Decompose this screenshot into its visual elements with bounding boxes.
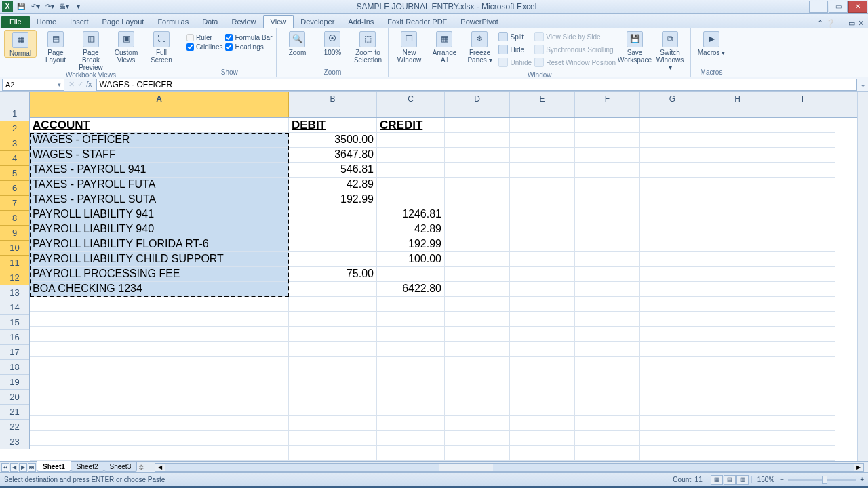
column-header-E[interactable]: E: [510, 92, 575, 117]
gridlines-checkbox[interactable]: Gridlines: [186, 43, 222, 51]
cell-D17[interactable]: [445, 357, 510, 371]
cell-F12[interactable]: [575, 282, 640, 297]
cell-A22[interactable]: [30, 431, 289, 446]
cell-A12[interactable]: BOA CHECKING 1234: [30, 282, 289, 297]
column-header-I[interactable]: I: [770, 92, 835, 117]
cell-E17[interactable]: [510, 357, 575, 371]
page-break-button[interactable]: ▥Page Break Preview: [75, 30, 107, 71]
cell-C16[interactable]: [377, 342, 445, 357]
cell-E14[interactable]: [510, 312, 575, 327]
cell-I20[interactable]: [770, 401, 835, 416]
cell-A3[interactable]: WAGES - STAFF: [30, 148, 289, 163]
split-button[interactable]: Split: [498, 31, 532, 42]
cell-I23[interactable]: [770, 446, 835, 461]
cell-G4[interactable]: [640, 163, 705, 178]
cell-H9[interactable]: [705, 237, 770, 252]
cell-D1[interactable]: [445, 118, 510, 133]
row-header-2[interactable]: 2: [0, 121, 29, 136]
sheet-nav-last-icon[interactable]: ⏭: [28, 463, 36, 472]
cell-F21[interactable]: [575, 416, 640, 431]
undo-icon[interactable]: ↶▾: [29, 1, 41, 12]
column-header-F[interactable]: F: [575, 92, 640, 117]
cell-C8[interactable]: 42.89: [377, 222, 445, 237]
cell-F20[interactable]: [575, 401, 640, 416]
cell-E13[interactable]: [510, 297, 575, 312]
cell-G5[interactable]: [640, 178, 705, 192]
cell-A15[interactable]: [30, 327, 289, 342]
namebox-dropdown-icon[interactable]: ▾: [58, 81, 61, 88]
cell-B7[interactable]: [289, 207, 377, 222]
cell-G15[interactable]: [640, 327, 705, 342]
cell-B10[interactable]: [289, 252, 377, 267]
cell-B21[interactable]: [289, 416, 377, 431]
zoom-button[interactable]: 🔍Zoom: [281, 30, 313, 56]
expand-formula-bar-icon[interactable]: ⌄: [857, 80, 868, 89]
tab-powerpivot[interactable]: PowerPivot: [454, 16, 505, 28]
cell-B16[interactable]: [289, 342, 377, 357]
cell-I1[interactable]: [770, 118, 835, 133]
cell-D21[interactable]: [445, 416, 510, 431]
fx-icon[interactable]: fx: [86, 80, 92, 89]
cell-D6[interactable]: [445, 192, 510, 207]
cell-H7[interactable]: [705, 207, 770, 222]
cell-F9[interactable]: [575, 237, 640, 252]
row-header-7[interactable]: 7: [0, 196, 29, 211]
cell-C2[interactable]: [377, 133, 445, 148]
maximize-button[interactable]: ▭: [829, 1, 848, 13]
cell-I4[interactable]: [770, 163, 835, 178]
cell-E4[interactable]: [510, 163, 575, 178]
row-header-6[interactable]: 6: [0, 181, 29, 196]
cell-I17[interactable]: [770, 357, 835, 371]
formula-input[interactable]: WAGES - OFFICER: [96, 79, 857, 91]
cell-D11[interactable]: [445, 267, 510, 282]
cell-H10[interactable]: [705, 252, 770, 267]
cell-H23[interactable]: [705, 446, 770, 461]
row-header-11[interactable]: 11: [0, 256, 29, 270]
formula-bar-checkbox[interactable]: Formula Bar: [225, 34, 272, 41]
cell-D19[interactable]: [445, 386, 510, 401]
cell-E18[interactable]: [510, 371, 575, 386]
cell-H6[interactable]: [705, 192, 770, 207]
cell-B12[interactable]: [289, 282, 377, 297]
row-header-3[interactable]: 3: [0, 136, 29, 151]
cell-E3[interactable]: [510, 148, 575, 163]
cell-G19[interactable]: [640, 386, 705, 401]
cell-G12[interactable]: [640, 282, 705, 297]
cell-E15[interactable]: [510, 327, 575, 342]
cell-F6[interactable]: [575, 192, 640, 207]
custom-views-button[interactable]: ▣Custom Views: [110, 30, 142, 64]
row-header-21[interactable]: 21: [0, 405, 29, 420]
zoom-slider[interactable]: [788, 479, 856, 481]
cell-G11[interactable]: [640, 267, 705, 282]
ruler-checkbox[interactable]: Ruler: [186, 34, 222, 41]
cell-D13[interactable]: [445, 297, 510, 312]
cell-I18[interactable]: [770, 371, 835, 386]
doc-close-icon[interactable]: ✕: [858, 19, 864, 28]
cell-C23[interactable]: [377, 446, 445, 461]
cell-D18[interactable]: [445, 371, 510, 386]
tab-foxit[interactable]: Foxit Reader PDF: [380, 16, 454, 28]
row-header-20[interactable]: 20: [0, 390, 29, 405]
cell-B22[interactable]: [289, 431, 377, 446]
cell-I13[interactable]: [770, 297, 835, 312]
cell-H20[interactable]: [705, 401, 770, 416]
view-side-by-side-button[interactable]: View Side by Side: [534, 31, 616, 42]
cell-A10[interactable]: PAYROLL LIABILITY CHILD SUPPORT: [30, 252, 289, 267]
row-header-4[interactable]: 4: [0, 151, 29, 166]
cell-B6[interactable]: 192.99: [289, 192, 377, 207]
cell-F3[interactable]: [575, 148, 640, 163]
row-header-18[interactable]: 18: [0, 360, 29, 375]
help-icon[interactable]: ❔: [826, 19, 835, 28]
cell-C11[interactable]: [377, 267, 445, 282]
tab-insert[interactable]: Insert: [63, 16, 96, 28]
column-header-C[interactable]: C: [377, 92, 445, 117]
cell-F19[interactable]: [575, 386, 640, 401]
zoom-in-icon[interactable]: +: [860, 476, 864, 483]
minimize-button[interactable]: —: [809, 1, 828, 13]
horizontal-scrollbar[interactable]: ◀▶: [155, 463, 864, 472]
cell-H12[interactable]: [705, 282, 770, 297]
select-all-corner[interactable]: [0, 92, 30, 106]
cell-B14[interactable]: [289, 312, 377, 327]
cell-F1[interactable]: [575, 118, 640, 133]
normal-view-icon[interactable]: ▦: [711, 475, 723, 485]
